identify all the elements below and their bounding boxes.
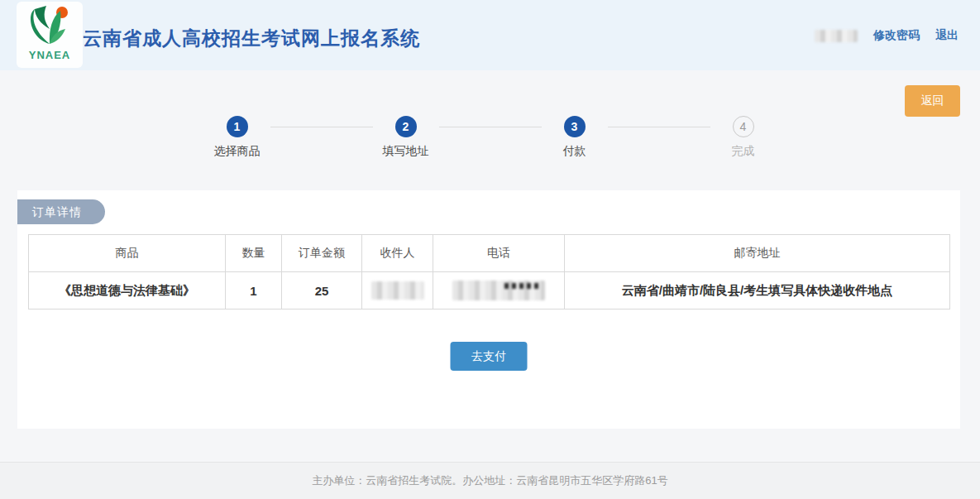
step-payment: 3 付款: [542, 116, 608, 159]
logout-link[interactable]: 退出: [935, 28, 958, 43]
page: YNAEA 云南省成人高校招生考试网上报名系统 修改密码 退出 返回 1 选择商…: [0, 0, 980, 499]
step-4-label: 完成: [732, 144, 755, 159]
footer: 主办单位：云南省招生考试院。办公地址：云南省昆明市五华区学府路61号: [0, 462, 980, 499]
col-header-quantity: 数量: [226, 235, 282, 272]
logo: YNAEA: [17, 2, 83, 68]
phone-redacted: [452, 281, 545, 300]
header-links: 修改密码 退出: [815, 28, 958, 43]
step-select-product: 1 选择商品: [204, 116, 270, 159]
cell-recipient: [362, 272, 433, 309]
step-complete: 4 完成: [710, 116, 777, 159]
order-stepper: 1 选择商品 2 填写地址 3 付款 4 完成: [0, 116, 980, 159]
table-row: 《思想道德与法律基础》 1 25 云南省/曲靖市/陆良县/考生填写具体快递收件地…: [29, 272, 950, 309]
logo-text: YNAEA: [17, 49, 83, 61]
username-redacted: [815, 30, 858, 42]
step-connector: [270, 127, 373, 127]
table-header-row: 商品 数量 订单金额 收件人 电话 邮寄地址: [29, 235, 950, 272]
recipient-redacted: [371, 281, 424, 300]
cell-quantity: 1: [226, 272, 282, 309]
step-2-circle: 2: [395, 116, 417, 137]
col-header-product: 商品: [29, 235, 226, 272]
order-details-panel: 订单详情 商品 数量 订单金额 收件人 电话 邮寄地址 《思想道德与法律基础》: [17, 190, 960, 429]
step-connector: [439, 127, 542, 127]
step-1-label: 选择商品: [214, 144, 261, 159]
page-title: 云南省成人高校招生考试网上报名系统: [83, 26, 420, 51]
step-3-circle: 3: [564, 116, 586, 137]
ynaea-logo-icon: [24, 4, 75, 50]
cell-phone: [433, 272, 565, 309]
back-button[interactable]: 返回: [905, 85, 960, 117]
step-1-circle: 1: [227, 116, 248, 137]
footer-text: 主办单位：云南省招生考试院。办公地址：云南省昆明市五华区学府路61号: [312, 473, 667, 488]
cell-product: 《思想道德与法律基础》: [29, 272, 226, 309]
step-3-label: 付款: [563, 144, 586, 159]
step-fill-address: 2 填写地址: [373, 116, 439, 159]
change-password-link[interactable]: 修改密码: [873, 28, 920, 43]
col-header-address: 邮寄地址: [565, 235, 950, 272]
pay-button[interactable]: 去支付: [451, 342, 528, 371]
cell-amount: 25: [282, 272, 362, 309]
col-header-recipient: 收件人: [362, 235, 433, 272]
step-4-circle: 4: [733, 116, 754, 137]
order-details-badge: 订单详情: [17, 199, 105, 224]
order-table: 商品 数量 订单金额 收件人 电话 邮寄地址 《思想道德与法律基础》 1 25 …: [28, 234, 950, 309]
step-2-label: 填写地址: [383, 144, 429, 159]
cell-address: 云南省/曲靖市/陆良县/考生填写具体快递收件地点: [565, 272, 950, 309]
col-header-phone: 电话: [433, 235, 565, 272]
step-connector: [608, 127, 710, 127]
col-header-amount: 订单金额: [282, 235, 362, 272]
header: YNAEA 云南省成人高校招生考试网上报名系统 修改密码 退出: [0, 0, 980, 70]
